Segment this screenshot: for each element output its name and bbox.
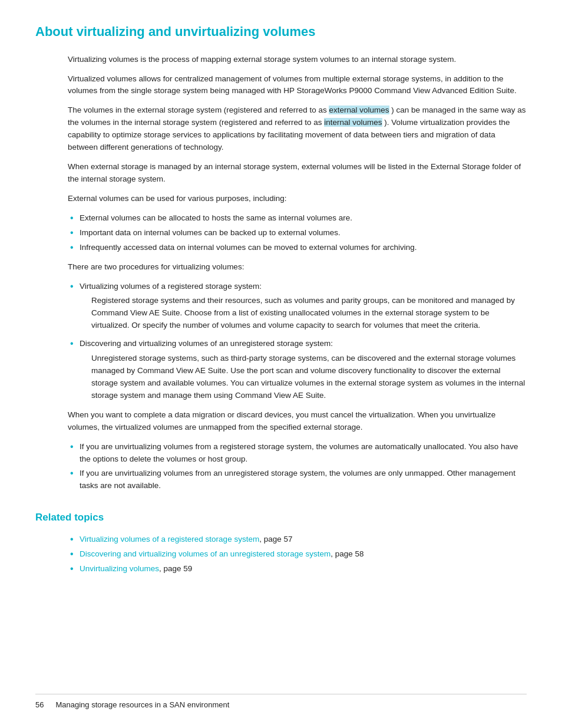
paragraph-7: When you want to complete a data migrati… <box>68 409 527 434</box>
purposes-list: External volumes can be allocated to hos… <box>68 212 527 254</box>
list-item: If you are unvirtualizing volumes from a… <box>68 467 527 492</box>
procedures-list: Virtualizing volumes of a registered sto… <box>68 281 527 402</box>
virtualizing-subpara: Registered storage systems and their res… <box>91 295 527 332</box>
list-item: If you are unvirtualizing volumes from a… <box>68 441 527 466</box>
related-topic-link-3[interactable]: Unvirtualizing volumes <box>80 564 159 573</box>
paragraph-1: Virtualizing volumes is the process of m… <box>68 54 527 66</box>
related-topics-heading: Related topics <box>35 510 527 525</box>
footer-page-number: 56 <box>35 699 44 711</box>
page-container: About virtualizing and unvirtualizing vo… <box>0 0 562 728</box>
discovering-item: Discovering and virtualizing volumes of … <box>68 338 527 402</box>
related-topic-page-1: , page 57 <box>259 535 292 543</box>
related-topic-link-1[interactable]: Virtualizing volumes of a registered sto… <box>80 535 259 543</box>
related-topic-page-2: , page 58 <box>330 549 363 558</box>
list-item: Important data on internal volumes can b… <box>68 227 527 239</box>
page-title: About virtualizing and unvirtualizing vo… <box>35 24 527 41</box>
related-topic-item-3: Unvirtualizing volumes, page 59 <box>68 563 527 575</box>
external-volumes-term: external volumes <box>329 106 389 114</box>
paragraph-3: The volumes in the external storage syst… <box>68 104 527 154</box>
related-topic-item-1: Virtualizing volumes of a registered sto… <box>68 533 527 546</box>
related-topics-list: Virtualizing volumes of a registered sto… <box>68 533 527 575</box>
para3-part1: The volumes in the external storage syst… <box>68 106 327 114</box>
paragraph-2: Virtualized volumes allows for centraliz… <box>68 73 527 98</box>
footer-description: Managing storage resources in a SAN envi… <box>55 699 229 711</box>
related-topic-item-2: Discovering and virtualizing volumes of … <box>68 548 527 561</box>
related-topic-page-3: , page 59 <box>159 564 192 573</box>
unvirt-list: If you are unvirtualizing volumes from a… <box>68 441 527 493</box>
discovering-subpara: Unregistered storage systems, such as th… <box>91 353 527 402</box>
paragraph-5: External volumes can be used for various… <box>68 193 527 205</box>
virtualizing-item: Virtualizing volumes of a registered sto… <box>68 281 527 332</box>
list-item: Infrequently accessed data on internal v… <box>68 242 527 254</box>
internal-volumes-term: internal volumes <box>324 118 382 127</box>
paragraph-6: There are two procedures for virtualizin… <box>68 261 527 274</box>
paragraph-4: When external storage is managed by an i… <box>68 161 527 186</box>
page-footer: 56 Managing storage resources in a SAN e… <box>35 694 527 711</box>
related-topic-link-2[interactable]: Discovering and virtualizing volumes of … <box>80 549 330 558</box>
list-item: External volumes can be allocated to hos… <box>68 212 527 225</box>
